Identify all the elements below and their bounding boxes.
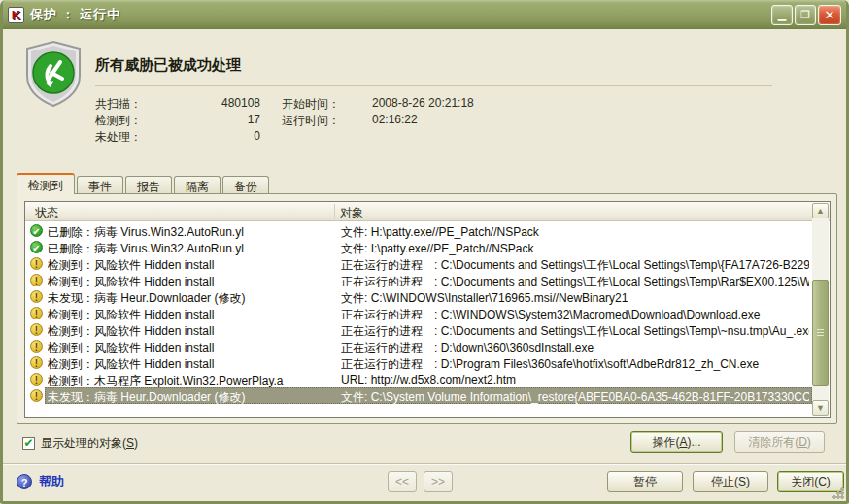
row-object: 正在运行的进程 : C:\Documents and Settings\工作\L… [341,323,809,338]
table-row[interactable]: !检测到：风险软件 Hidden install正在运行的进程 : D:\dow… [26,338,812,354]
warning-icon: ! [30,373,43,386]
table-row[interactable]: !检测到：风险软件 Hidden install正在运行的进程 : C:\Doc… [26,255,812,272]
row-object: 正在运行的进程 : C:\Documents and Settings\工作\L… [341,274,809,288]
maximize-button[interactable]: ❐ [795,5,816,25]
scroll-down-icon[interactable]: ▼ [812,400,829,416]
row-object: 文件: H:\patty.exe//PE_Patch//NSPack [341,224,809,239]
action-button[interactable]: 操作(A)... [630,431,723,453]
result-title: 所有威胁已被成功处理 [95,56,241,75]
warning-icon: ! [30,356,43,369]
tab-report[interactable]: 报告 [125,176,172,194]
table-row[interactable]: ✔已删除：病毒 Virus.Win32.AutoRun.yl文件: I:\pat… [26,239,812,255]
clear-all-button[interactable]: 清除所有(D) [734,431,825,453]
detected-panel: 状态 对象 ✔已删除：病毒 Virus.Win32.AutoRun.yl文件: … [17,193,837,424]
header-divider [95,85,772,86]
table-row[interactable]: !未发现：病毒 Heur.Downloader (修改)文件: C:\WINDO… [26,288,812,305]
row-object: 文件: C:\System Volume Information\_restor… [341,389,809,404]
row-object: 文件: I:\patty.exe//PE_Patch//NSPack [341,241,809,255]
row-status: 未发现：病毒 Heur.Downloader (修改) [48,290,335,305]
row-object: 正在运行的进程 : D:\down\360\360sdInstall.exe [341,340,809,354]
row-status: 未发现：病毒 Heur.Downloader (修改) [48,389,335,404]
row-container: ✔已删除：病毒 Virus.Win32.AutoRun.yl文件: H:\pat… [26,222,812,404]
row-status: 检测到：风险软件 Hidden install [48,340,335,354]
success-icon: ✔ [30,241,43,253]
warning-icon: ! [30,257,43,270]
row-object: 正在运行的进程 : D:\Program Files\360safe\hotfi… [341,356,809,371]
row-status: 检测到：风险软件 Hidden install [48,307,335,321]
warning-icon: ! [30,323,43,336]
minimize-button[interactable]: ▁ [771,5,793,25]
protection-window: K 保护 ： 运行中 ▁ ❐ ✕ 所有威胁已被成功处理 共扫描： 480108 … [0,0,849,504]
row-status: 已删除：病毒 Virus.Win32.AutoRun.yl [48,241,335,255]
help-link[interactable]: ? 帮助 [17,473,64,490]
next-page-button[interactable]: >> [424,471,453,492]
stop-button[interactable]: 停止(S) [693,471,768,492]
table-row[interactable]: ✔已删除：病毒 Virus.Win32.AutoRun.yl文件: H:\pat… [26,222,812,239]
row-object: 正在运行的进程 : C:\WINDOWS\System32\Macromed\D… [341,307,809,321]
row-object: URL: http://w.d5x8.com/next2.htm [341,373,809,386]
row-object: 文件: C:\WINDOWS\Installer\716965.msi//New… [341,290,809,305]
table-row[interactable]: !检测到：风险软件 Hidden install正在运行的进程 : D:\Pro… [26,354,812,371]
row-status: 检测到：风险软件 Hidden install [48,274,335,288]
titlebar[interactable]: K 保护 ： 运行中 ▁ ❐ ✕ [0,0,849,29]
show-processed-label: 显示处理的对象(S) [41,435,138,452]
tab-events[interactable]: 事件 [77,176,123,194]
warning-icon: ! [30,290,43,303]
table-row[interactable]: !检测到：风险软件 Hidden install正在运行的进程 : C:\Doc… [26,272,812,288]
table-row[interactable]: !检测到：风险软件 Hidden install正在运行的进程 : C:\WIN… [26,305,812,321]
tab-quarantine[interactable]: 隔离 [174,176,221,194]
row-status: 检测到：风险软件 Hidden install [48,356,335,371]
kaspersky-shield-logo [19,39,87,109]
table-row[interactable]: !检测到：木马程序 Exploit.Win32.PowerPlay.aURL: … [26,371,812,387]
kaspersky-app-icon: K [8,7,24,23]
success-icon: ✔ [30,224,43,237]
row-status: 检测到：风险软件 Hidden install [48,257,335,272]
help-icon: ? [17,474,32,489]
warning-icon: ! [30,274,43,286]
resize-grip[interactable] [832,487,844,499]
table-row[interactable]: !未发现：病毒 Heur.Downloader (修改)文件: C:\Syste… [26,387,812,404]
tab-backup[interactable]: 备份 [222,176,269,194]
warning-icon: ! [30,340,43,353]
warning-icon: ! [30,389,43,402]
row-status: 检测到：木马程序 Exploit.Win32.PowerPlay.a [48,373,335,387]
pause-button[interactable]: 暂停 [607,471,683,492]
window-title: 保护 ： 运行中 [30,6,120,23]
previous-page-button[interactable]: << [388,471,417,492]
list-header[interactable]: 状态 对象 [25,202,830,221]
close-icon[interactable]: ✕ [818,5,841,25]
scroll-up-icon[interactable]: ▲ [812,203,829,218]
footer-divider [3,463,846,465]
threat-list: 状态 对象 ✔已删除：病毒 Virus.Win32.AutoRun.yl文件: … [24,201,831,418]
show-processed-checkbox[interactable]: ✔ [22,437,35,450]
help-label: 帮助 [39,473,64,490]
column-header-status[interactable]: 状态 [35,205,58,221]
tab-bar: 检测到事件报告隔离备份 [17,173,271,194]
table-row[interactable]: !检测到：风险软件 Hidden install正在运行的进程 : C:\Doc… [26,321,812,338]
scrollbar-thumb[interactable] [812,280,829,386]
row-status: 检测到：风险软件 Hidden install [48,323,335,338]
row-status: 已删除：病毒 Virus.Win32.AutoRun.yl [48,224,335,239]
warning-icon: ! [30,307,43,319]
tab-detected[interactable]: 检测到 [17,173,75,194]
column-resizer[interactable] [334,204,335,218]
vertical-scrollbar[interactable]: ▲ ▼ [812,203,829,416]
column-header-object[interactable]: 对象 [340,205,363,221]
row-object: 正在运行的进程 : C:\Documents and Settings\工作\L… [341,257,809,272]
